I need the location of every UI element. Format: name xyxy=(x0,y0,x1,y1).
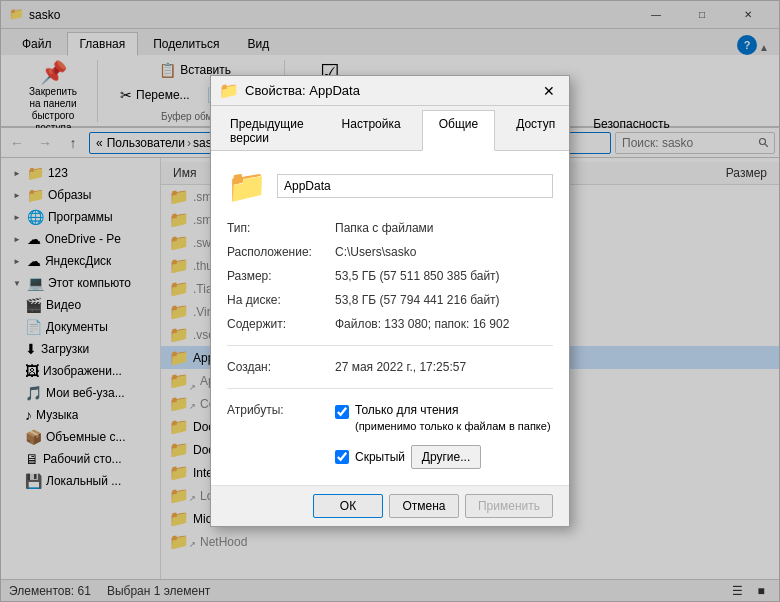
hidden-label: Скрытый xyxy=(355,450,405,464)
dialog-body: 📁 Тип: Папка с файлами Расположение: C:\… xyxy=(211,151,569,484)
folder-name-input[interactable] xyxy=(277,174,553,198)
dialog-tab-security[interactable]: Безопасность xyxy=(576,110,687,151)
other-button[interactable]: Другие... xyxy=(411,445,481,469)
prop-disk-value: 53,8 ГБ (57 794 441 216 байт) xyxy=(335,293,500,307)
readonly-label: Только для чтения(применимо только к фай… xyxy=(355,403,551,434)
cancel-button[interactable]: Отмена xyxy=(389,494,459,518)
prop-contains-label: Содержит: xyxy=(227,317,327,331)
dialog-close-button[interactable]: ✕ xyxy=(537,79,561,103)
prop-contains-value: Файлов: 133 080; папок: 16 902 xyxy=(335,317,509,331)
prop-location-row: Расположение: C:\Users\sasko xyxy=(227,245,553,259)
hidden-checkbox[interactable] xyxy=(335,450,349,464)
dialog-overlay: 📁 Свойства: AppData ✕ Предыдущие версии … xyxy=(1,1,779,601)
folder-icon: 📁 xyxy=(227,167,267,205)
ok-button[interactable]: ОК xyxy=(313,494,383,518)
main-window: 📁 sasko — □ ✕ Файл Главная Поделиться Ви… xyxy=(0,0,780,602)
prop-attributes-label: Атрибуты: xyxy=(227,403,327,417)
prop-size-label: Размер: xyxy=(227,269,327,283)
readonly-checkbox[interactable] xyxy=(335,405,349,419)
dialog-tab-prev-versions[interactable]: Предыдущие версии xyxy=(213,110,321,151)
prop-disk-label: На диске: xyxy=(227,293,327,307)
dialog-tab-settings[interactable]: Настройка xyxy=(325,110,418,151)
properties-dialog: 📁 Свойства: AppData ✕ Предыдущие версии … xyxy=(210,75,570,526)
prop-type-row: Тип: Папка с файлами xyxy=(227,221,553,235)
prop-location-label: Расположение: xyxy=(227,245,327,259)
prop-created-label: Создан: xyxy=(227,360,327,374)
prop-size-row: Размер: 53,5 ГБ (57 511 850 385 байт) xyxy=(227,269,553,283)
dialog-title-text: Свойства: AppData xyxy=(245,83,531,98)
divider xyxy=(227,345,553,346)
dialog-tab-general[interactable]: Общие xyxy=(422,110,495,151)
divider2 xyxy=(227,388,553,389)
prop-attributes-row: Атрибуты: Только для чтения(применимо то… xyxy=(227,403,553,468)
prop-type-label: Тип: xyxy=(227,221,327,235)
folder-name-row: 📁 xyxy=(227,167,553,205)
dialog-title-icon: 📁 xyxy=(219,81,239,100)
dialog-tabs: Предыдущие версии Настройка Общие Доступ… xyxy=(211,106,569,151)
dialog-footer: ОК Отмена Применить xyxy=(211,485,569,526)
prop-disk-row: На диске: 53,8 ГБ (57 794 441 216 байт) xyxy=(227,293,553,307)
prop-size-value: 53,5 ГБ (57 511 850 385 байт) xyxy=(335,269,500,283)
attributes-area: Только для чтения(применимо только к фай… xyxy=(335,403,551,468)
dialog-tab-access[interactable]: Доступ xyxy=(499,110,572,151)
prop-created-row: Создан: 27 мая 2022 г., 17:25:57 xyxy=(227,360,553,374)
prop-created-value: 27 мая 2022 г., 17:25:57 xyxy=(335,360,466,374)
dialog-title-bar: 📁 Свойства: AppData ✕ xyxy=(211,76,569,106)
apply-button[interactable]: Применить xyxy=(465,494,553,518)
prop-type-value: Папка с файлами xyxy=(335,221,434,235)
prop-location-value: C:\Users\sasko xyxy=(335,245,416,259)
prop-contains-row: Содержит: Файлов: 133 080; папок: 16 902 xyxy=(227,317,553,331)
